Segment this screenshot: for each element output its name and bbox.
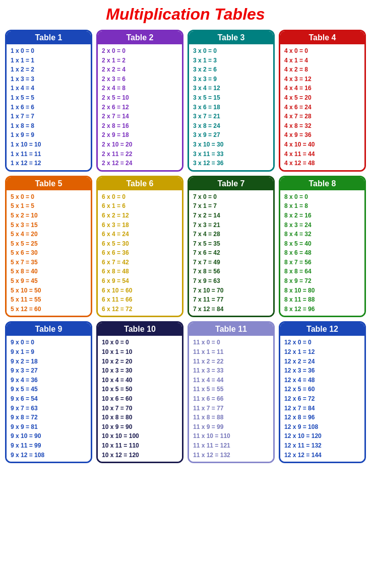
table-row: 6 x 7 = 42 [102, 258, 178, 267]
table-row: 11 x 3 = 33 [193, 366, 269, 376]
table-row: 1 x 1 = 1 [11, 56, 87, 65]
table-row: 7 x 8 = 56 [193, 267, 269, 276]
table-row: 5 x 12 = 60 [11, 305, 87, 314]
table-row: 7 x 11 = 77 [193, 295, 269, 305]
table-row: 4 x 2 = 8 [284, 65, 360, 75]
table-row: 1 x 10 = 10 [11, 140, 87, 150]
table-body-11: 11 x 0 = 011 x 1 = 1111 x 2 = 2211 x 3 =… [189, 336, 273, 462]
table-row: 7 x 12 = 84 [193, 305, 269, 314]
table-body-10: 10 x 0 = 010 x 1 = 1010 x 2 = 2010 x 3 =… [98, 336, 182, 462]
table-row: 2 x 2 = 4 [102, 65, 178, 75]
table-row: 5 x 1 = 5 [11, 201, 87, 211]
table-row: 3 x 9 = 27 [193, 130, 269, 140]
table-row: 7 x 2 = 14 [193, 211, 269, 220]
table-row: 12 x 8 = 96 [284, 413, 360, 422]
table-header-10: Table 10 [98, 323, 182, 336]
table-row: 4 x 3 = 12 [284, 75, 360, 84]
table-card-6: Table 66 x 0 = 06 x 1 = 66 x 2 = 126 x 3… [96, 176, 183, 318]
table-card-10: Table 1010 x 0 = 010 x 1 = 1010 x 2 = 20… [96, 321, 183, 463]
table-row: 11 x 1 = 11 [193, 347, 269, 357]
table-row: 6 x 9 = 54 [102, 276, 178, 286]
table-row: 1 x 6 = 6 [11, 103, 87, 112]
table-row: 6 x 12 = 72 [102, 305, 178, 314]
tables-grid: Table 11 x 0 = 01 x 1 = 11 x 2 = 21 x 3 … [5, 30, 366, 463]
table-header-1: Table 1 [7, 31, 91, 44]
table-row: 10 x 12 = 120 [102, 451, 178, 460]
table-row: 6 x 8 = 48 [102, 267, 178, 276]
table-row: 8 x 9 = 72 [284, 276, 360, 286]
table-header-4: Table 4 [280, 31, 364, 44]
table-header-8: Table 8 [280, 177, 364, 190]
table-row: 3 x 2 = 6 [193, 65, 269, 75]
table-row: 2 x 5 = 10 [102, 93, 178, 103]
table-row: 2 x 1 = 2 [102, 56, 178, 65]
table-row: 8 x 3 = 24 [284, 220, 360, 230]
table-row: 4 x 4 = 16 [284, 84, 360, 93]
table-card-9: Table 99 x 0 = 09 x 1 = 99 x 2 = 189 x 3… [5, 321, 92, 463]
table-row: 4 x 8 = 32 [284, 121, 360, 131]
table-row: 8 x 7 = 56 [284, 258, 360, 267]
table-row: 10 x 1 = 10 [102, 347, 178, 357]
table-row: 2 x 4 = 8 [102, 84, 178, 93]
table-row: 4 x 10 = 40 [284, 140, 360, 150]
table-row: 4 x 11 = 44 [284, 150, 360, 159]
table-body-5: 5 x 0 = 05 x 1 = 55 x 2 = 105 x 3 = 155 … [7, 190, 91, 316]
table-header-12: Table 12 [280, 323, 364, 336]
table-row: 5 x 4 = 20 [11, 230, 87, 239]
table-row: 10 x 10 = 100 [102, 431, 178, 441]
table-body-8: 8 x 0 = 08 x 1 = 88 x 2 = 168 x 3 = 248 … [280, 190, 364, 316]
table-row: 7 x 5 = 35 [193, 239, 269, 249]
table-row: 9 x 11 = 99 [11, 441, 87, 451]
table-row: 10 x 5 = 50 [102, 385, 178, 394]
table-row: 7 x 1 = 7 [193, 201, 269, 211]
table-row: 4 x 6 = 24 [284, 103, 360, 112]
table-row: 8 x 0 = 0 [284, 192, 360, 202]
table-row: 10 x 8 = 80 [102, 413, 178, 422]
table-row: 2 x 6 = 12 [102, 103, 178, 112]
table-row: 3 x 6 = 18 [193, 103, 269, 112]
table-row: 12 x 10 = 120 [284, 431, 360, 441]
table-row: 6 x 11 = 66 [102, 295, 178, 305]
table-row: 8 x 6 = 48 [284, 248, 360, 258]
table-row: 9 x 0 = 0 [11, 338, 87, 347]
table-row: 12 x 4 = 48 [284, 376, 360, 385]
table-body-6: 6 x 0 = 06 x 1 = 66 x 2 = 126 x 3 = 186 … [98, 190, 182, 316]
table-row: 11 x 5 = 55 [193, 385, 269, 394]
table-row: 12 x 5 = 60 [284, 385, 360, 394]
table-row: 8 x 2 = 16 [284, 211, 360, 220]
table-row: 7 x 10 = 70 [193, 286, 269, 296]
table-row: 10 x 4 = 40 [102, 376, 178, 385]
table-row: 9 x 3 = 27 [11, 366, 87, 376]
table-body-3: 3 x 0 = 03 x 1 = 33 x 2 = 63 x 3 = 93 x … [189, 44, 273, 170]
table-row: 9 x 2 = 18 [11, 357, 87, 366]
table-row: 12 x 3 = 36 [284, 366, 360, 376]
table-row: 6 x 4 = 24 [102, 230, 178, 239]
table-row: 9 x 8 = 72 [11, 413, 87, 422]
table-row: 4 x 5 = 20 [284, 93, 360, 103]
table-row: 7 x 0 = 0 [193, 192, 269, 202]
table-row: 3 x 4 = 12 [193, 84, 269, 93]
table-row: 11 x 7 = 77 [193, 404, 269, 413]
table-card-12: Table 1212 x 0 = 012 x 1 = 1212 x 2 = 24… [279, 321, 366, 463]
table-row: 7 x 7 = 49 [193, 258, 269, 267]
table-header-5: Table 5 [7, 177, 91, 190]
table-row: 8 x 10 = 80 [284, 286, 360, 296]
table-row: 9 x 10 = 90 [11, 431, 87, 441]
table-row: 3 x 0 = 0 [193, 46, 269, 56]
table-row: 5 x 6 = 30 [11, 248, 87, 258]
table-row: 5 x 11 = 55 [11, 295, 87, 305]
table-row: 8 x 4 = 32 [284, 230, 360, 239]
table-card-2: Table 22 x 0 = 02 x 1 = 22 x 2 = 42 x 3 … [96, 30, 183, 172]
table-row: 12 x 6 = 72 [284, 394, 360, 404]
table-row: 3 x 7 = 21 [193, 112, 269, 121]
table-row: 6 x 10 = 60 [102, 286, 178, 296]
table-row: 5 x 8 = 40 [11, 267, 87, 276]
table-card-1: Table 11 x 0 = 01 x 1 = 11 x 2 = 21 x 3 … [5, 30, 92, 172]
table-row: 6 x 3 = 18 [102, 220, 178, 230]
table-body-7: 7 x 0 = 07 x 1 = 77 x 2 = 147 x 3 = 217 … [189, 190, 273, 316]
table-row: 9 x 7 = 63 [11, 404, 87, 413]
table-row: 2 x 8 = 16 [102, 121, 178, 131]
table-row: 10 x 11 = 110 [102, 441, 178, 451]
table-row: 8 x 12 = 96 [284, 305, 360, 314]
table-row: 11 x 4 = 44 [193, 376, 269, 385]
